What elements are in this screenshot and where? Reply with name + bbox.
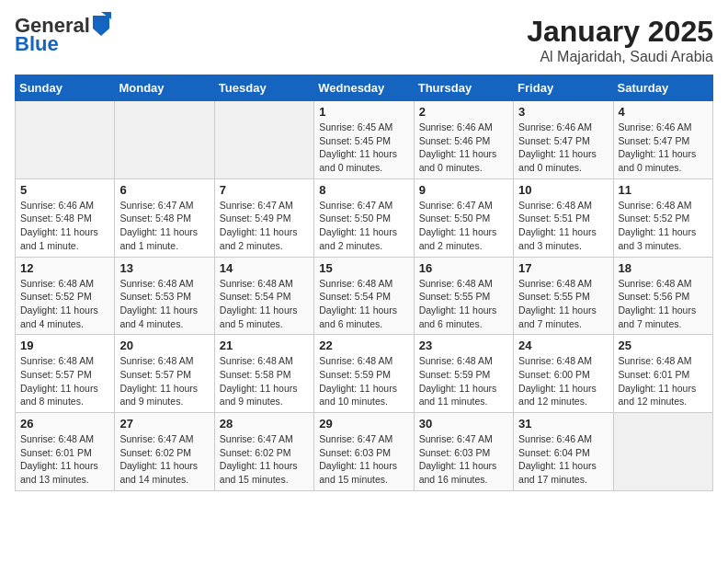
day-info: Sunrise: 6:48 AM Sunset: 5:51 PM Dayligh… xyxy=(518,199,608,253)
day-info: Sunrise: 6:48 AM Sunset: 5:59 PM Dayligh… xyxy=(319,354,408,408)
page-title: January 2025 xyxy=(527,15,713,49)
calendar-cell: 23Sunrise: 6:48 AM Sunset: 5:59 PM Dayli… xyxy=(414,335,513,413)
day-info: Sunrise: 6:46 AM Sunset: 6:04 PM Dayligh… xyxy=(518,432,608,487)
day-number: 16 xyxy=(419,261,508,275)
calendar-cell: 9Sunrise: 6:47 AM Sunset: 5:50 PM Daylig… xyxy=(414,178,513,257)
page-subtitle: Al Majaridah, Saudi Arabia xyxy=(527,49,713,65)
calendar-cell: 28Sunrise: 6:47 AM Sunset: 6:02 PM Dayli… xyxy=(214,413,313,491)
day-info: Sunrise: 6:46 AM Sunset: 5:48 PM Dayligh… xyxy=(20,199,109,253)
day-info: Sunrise: 6:47 AM Sunset: 6:03 PM Dayligh… xyxy=(419,432,508,487)
day-number: 5 xyxy=(20,183,109,197)
day-number: 29 xyxy=(319,417,408,431)
calendar-cell: 29Sunrise: 6:47 AM Sunset: 6:03 PM Dayli… xyxy=(314,413,414,491)
calendar-cell: 15Sunrise: 6:48 AM Sunset: 5:54 PM Dayli… xyxy=(314,257,414,335)
calendar-cell: 26Sunrise: 6:48 AM Sunset: 6:01 PM Dayli… xyxy=(16,413,115,491)
day-info: Sunrise: 6:47 AM Sunset: 5:50 PM Dayligh… xyxy=(419,199,508,253)
day-number: 22 xyxy=(319,339,408,352)
page-header: General Blue January 2025 Al Majaridah, … xyxy=(15,15,713,65)
day-info: Sunrise: 6:48 AM Sunset: 5:54 PM Dayligh… xyxy=(220,277,309,331)
day-number: 4 xyxy=(619,105,708,119)
day-info: Sunrise: 6:48 AM Sunset: 6:01 PM Dayligh… xyxy=(619,354,708,408)
title-block: January 2025 Al Majaridah, Saudi Arabia xyxy=(527,15,713,65)
day-info: Sunrise: 6:47 AM Sunset: 6:02 PM Dayligh… xyxy=(119,432,209,487)
day-info: Sunrise: 6:46 AM Sunset: 5:46 PM Dayligh… xyxy=(419,121,508,175)
day-number: 1 xyxy=(319,105,408,119)
calendar-cell: 11Sunrise: 6:48 AM Sunset: 5:52 PM Dayli… xyxy=(613,178,712,257)
day-info: Sunrise: 6:47 AM Sunset: 5:48 PM Dayligh… xyxy=(119,199,209,253)
day-number: 7 xyxy=(220,183,309,197)
calendar-cell: 17Sunrise: 6:48 AM Sunset: 5:55 PM Dayli… xyxy=(514,257,613,335)
calendar-cell: 25Sunrise: 6:48 AM Sunset: 6:01 PM Dayli… xyxy=(613,335,712,413)
day-number: 23 xyxy=(419,339,508,352)
day-number: 11 xyxy=(619,183,708,197)
calendar-cell: 21Sunrise: 6:48 AM Sunset: 5:58 PM Dayli… xyxy=(214,335,313,413)
calendar-cell: 30Sunrise: 6:47 AM Sunset: 6:03 PM Dayli… xyxy=(414,413,513,491)
day-number: 18 xyxy=(619,261,708,275)
day-info: Sunrise: 6:48 AM Sunset: 5:58 PM Dayligh… xyxy=(220,354,309,408)
day-info: Sunrise: 6:48 AM Sunset: 6:00 PM Dayligh… xyxy=(518,354,608,408)
day-number: 24 xyxy=(518,339,608,352)
calendar-cell: 19Sunrise: 6:48 AM Sunset: 5:57 PM Dayli… xyxy=(16,335,115,413)
day-info: Sunrise: 6:48 AM Sunset: 5:52 PM Dayligh… xyxy=(619,199,708,253)
day-number: 25 xyxy=(619,339,708,352)
day-number: 12 xyxy=(20,261,109,275)
day-number: 26 xyxy=(20,417,109,431)
calendar-week-row: 5Sunrise: 6:46 AM Sunset: 5:48 PM Daylig… xyxy=(16,178,713,257)
calendar-cell: 12Sunrise: 6:48 AM Sunset: 5:52 PM Dayli… xyxy=(16,257,115,335)
day-number: 2 xyxy=(419,105,508,119)
logo-icon xyxy=(91,12,111,36)
calendar-cell: 27Sunrise: 6:47 AM Sunset: 6:02 PM Dayli… xyxy=(115,413,214,491)
calendar-week-row: 12Sunrise: 6:48 AM Sunset: 5:52 PM Dayli… xyxy=(16,257,713,335)
calendar-cell: 31Sunrise: 6:46 AM Sunset: 6:04 PM Dayli… xyxy=(514,413,613,491)
calendar-header-row: SundayMondayTuesdayWednesdayThursdayFrid… xyxy=(16,75,713,101)
calendar-table: SundayMondayTuesdayWednesdayThursdayFrid… xyxy=(15,75,713,491)
day-info: Sunrise: 6:47 AM Sunset: 5:50 PM Dayligh… xyxy=(319,199,408,253)
day-info: Sunrise: 6:48 AM Sunset: 6:01 PM Dayligh… xyxy=(20,432,109,487)
day-info: Sunrise: 6:46 AM Sunset: 5:47 PM Dayligh… xyxy=(518,121,608,175)
day-info: Sunrise: 6:46 AM Sunset: 5:47 PM Dayligh… xyxy=(619,121,708,175)
day-number: 19 xyxy=(20,339,109,352)
calendar-cell: 10Sunrise: 6:48 AM Sunset: 5:51 PM Dayli… xyxy=(514,178,613,257)
day-number: 28 xyxy=(220,417,309,431)
calendar-cell xyxy=(16,101,115,179)
calendar-header-sunday: Sunday xyxy=(16,75,115,101)
svg-marker-0 xyxy=(93,16,109,36)
calendar-cell: 22Sunrise: 6:48 AM Sunset: 5:59 PM Dayli… xyxy=(314,335,414,413)
calendar-header-tuesday: Tuesday xyxy=(214,75,313,101)
day-info: Sunrise: 6:48 AM Sunset: 5:54 PM Dayligh… xyxy=(319,277,408,331)
calendar-cell xyxy=(214,101,313,179)
calendar-header-wednesday: Wednesday xyxy=(314,75,414,101)
calendar-cell: 4Sunrise: 6:46 AM Sunset: 5:47 PM Daylig… xyxy=(613,101,712,179)
day-number: 13 xyxy=(119,261,209,275)
day-info: Sunrise: 6:48 AM Sunset: 5:55 PM Dayligh… xyxy=(419,277,508,331)
calendar-cell: 16Sunrise: 6:48 AM Sunset: 5:55 PM Dayli… xyxy=(414,257,513,335)
calendar-cell: 14Sunrise: 6:48 AM Sunset: 5:54 PM Dayli… xyxy=(214,257,313,335)
calendar-cell: 24Sunrise: 6:48 AM Sunset: 6:00 PM Dayli… xyxy=(514,335,613,413)
day-info: Sunrise: 6:47 AM Sunset: 5:49 PM Dayligh… xyxy=(220,199,309,253)
day-number: 27 xyxy=(119,417,209,431)
calendar-cell: 2Sunrise: 6:46 AM Sunset: 5:46 PM Daylig… xyxy=(414,101,513,179)
day-number: 8 xyxy=(319,183,408,197)
calendar-week-row: 1Sunrise: 6:45 AM Sunset: 5:45 PM Daylig… xyxy=(16,101,713,179)
calendar-cell: 7Sunrise: 6:47 AM Sunset: 5:49 PM Daylig… xyxy=(214,178,313,257)
day-number: 17 xyxy=(518,261,608,275)
day-info: Sunrise: 6:47 AM Sunset: 6:03 PM Dayligh… xyxy=(319,432,408,487)
calendar-week-row: 19Sunrise: 6:48 AM Sunset: 5:57 PM Dayli… xyxy=(16,335,713,413)
day-number: 31 xyxy=(518,417,608,431)
day-number: 14 xyxy=(220,261,309,275)
day-info: Sunrise: 6:48 AM Sunset: 5:53 PM Dayligh… xyxy=(119,277,209,331)
day-info: Sunrise: 6:48 AM Sunset: 5:57 PM Dayligh… xyxy=(119,354,209,408)
day-info: Sunrise: 6:48 AM Sunset: 5:56 PM Dayligh… xyxy=(619,277,708,331)
calendar-cell: 18Sunrise: 6:48 AM Sunset: 5:56 PM Dayli… xyxy=(613,257,712,335)
calendar-cell: 13Sunrise: 6:48 AM Sunset: 5:53 PM Dayli… xyxy=(115,257,214,335)
day-number: 3 xyxy=(518,105,608,119)
day-number: 20 xyxy=(119,339,209,352)
calendar-cell: 20Sunrise: 6:48 AM Sunset: 5:57 PM Dayli… xyxy=(115,335,214,413)
calendar-cell: 3Sunrise: 6:46 AM Sunset: 5:47 PM Daylig… xyxy=(514,101,613,179)
calendar-cell: 5Sunrise: 6:46 AM Sunset: 5:48 PM Daylig… xyxy=(16,178,115,257)
day-info: Sunrise: 6:48 AM Sunset: 5:59 PM Dayligh… xyxy=(419,354,508,408)
calendar-header-thursday: Thursday xyxy=(414,75,513,101)
day-info: Sunrise: 6:47 AM Sunset: 6:02 PM Dayligh… xyxy=(220,432,309,487)
calendar-cell xyxy=(115,101,214,179)
day-number: 15 xyxy=(319,261,408,275)
